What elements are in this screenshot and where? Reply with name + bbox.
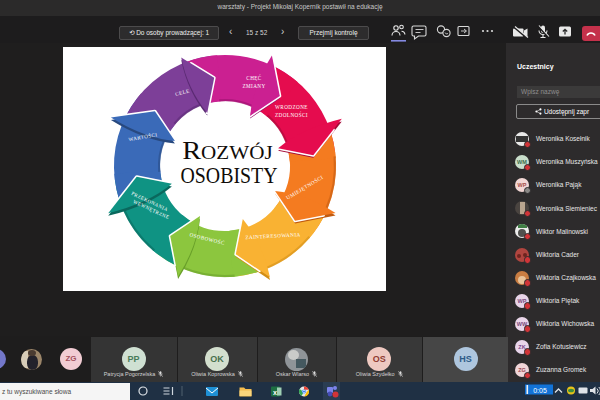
svg-text:OSOBISTY: OSOBISTY <box>181 162 278 188</box>
svg-text:x: x <box>273 389 277 396</box>
svg-text:WRODZONE: WRODZONE <box>275 104 308 110</box>
svg-text:ZDOLNOŚCI: ZDOLNOŚCI <box>275 111 308 118</box>
svg-text:ZMIANY: ZMIANY <box>242 83 265 89</box>
svg-text:0:05: 0:05 <box>533 387 547 394</box>
svg-text:CHĘĆ: CHĘĆ <box>246 74 262 81</box>
